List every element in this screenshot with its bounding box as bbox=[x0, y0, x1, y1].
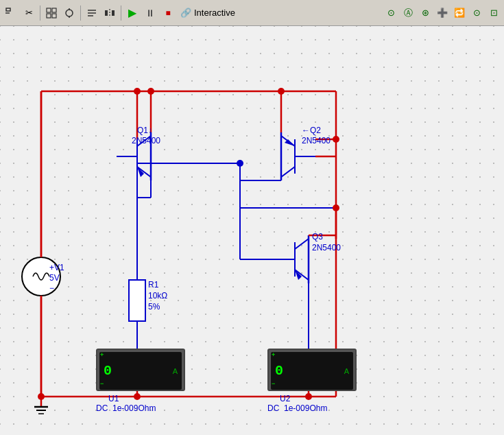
multimeter-button[interactable]: ⊛ bbox=[418, 5, 433, 21]
stop-button[interactable]: ■ bbox=[160, 5, 176, 21]
meter-u1-value: 0 bbox=[104, 363, 112, 379]
u2-label: U2 bbox=[280, 394, 290, 403]
toolbar-sep-2 bbox=[80, 5, 81, 21]
q1-part: 2N5400 bbox=[132, 136, 160, 145]
q1-name: Q1↓ bbox=[137, 126, 152, 135]
meter-u2-value: 0 bbox=[275, 363, 283, 379]
svg-point-61 bbox=[38, 393, 45, 400]
meter-u1[interactable]: + 0 A − bbox=[96, 349, 185, 391]
svg-point-57 bbox=[333, 204, 339, 211]
q3-part: 2N5400 bbox=[312, 243, 341, 252]
svg-point-59 bbox=[147, 88, 154, 95]
svg-line-32 bbox=[281, 167, 295, 177]
mode-text: Interactive bbox=[194, 8, 235, 18]
svg-rect-4 bbox=[47, 14, 51, 18]
toolbar-sep-3 bbox=[121, 5, 121, 21]
u1-resistance: 1e-009Ohm bbox=[112, 403, 156, 413]
iv-button[interactable]: ⊡ bbox=[486, 5, 501, 21]
play-button[interactable]: ▶ bbox=[124, 5, 141, 21]
meter-u2-display: 0 A bbox=[271, 352, 353, 390]
toolbar: ✂ ▶ ⏸ ■ 🔗 Interactive ⊙ Ⓐ ⊛ ➕ 🔁 ⊙ ⊡ bbox=[0, 0, 504, 26]
meter-u2-minus: − bbox=[272, 380, 275, 387]
u1-label: U1 bbox=[108, 394, 119, 403]
u2-mode-label: DC 1e-009Ohm bbox=[267, 403, 327, 413]
meter-u1-plus: + bbox=[100, 351, 104, 358]
oscilloscope-button[interactable]: ⊙ bbox=[383, 5, 398, 21]
svg-rect-12 bbox=[105, 10, 108, 16]
r1-name: R1 bbox=[148, 280, 158, 290]
r1-value: 10kΩ bbox=[148, 291, 167, 301]
svg-point-6 bbox=[66, 10, 73, 16]
u2-mode: DC bbox=[267, 403, 279, 413]
circuit-canvas[interactable]: +V1 5V − Q1↓ 2N5400 ←Q2 2N5400 Q3 2N5400… bbox=[0, 26, 504, 435]
svg-point-65 bbox=[305, 393, 312, 400]
distribute-button[interactable] bbox=[101, 5, 118, 21]
svg-point-60 bbox=[278, 88, 285, 95]
circuit-svg bbox=[0, 26, 504, 435]
svg-rect-13 bbox=[112, 10, 115, 16]
svg-line-40 bbox=[295, 239, 309, 249]
svg-rect-50 bbox=[129, 280, 145, 321]
snap-button[interactable] bbox=[61, 5, 77, 21]
xvt-button[interactable]: ➕ bbox=[435, 5, 450, 21]
svg-rect-3 bbox=[52, 8, 56, 12]
meter-u1-unit: A bbox=[173, 367, 178, 375]
q2-part: 2N5400 bbox=[302, 136, 331, 145]
r1-tolerance: 5% bbox=[148, 302, 160, 311]
svg-point-56 bbox=[237, 160, 243, 167]
bode-button[interactable]: Ⓐ bbox=[400, 5, 416, 21]
grid-button[interactable] bbox=[43, 5, 60, 21]
q2-name: ←Q2 bbox=[302, 126, 321, 135]
u1-mode-label: DC 1e-009Ohm bbox=[96, 403, 156, 413]
v1-value: 5V bbox=[49, 273, 60, 283]
meter-u1-minus: − bbox=[100, 380, 104, 387]
cut-button[interactable]: ✂ bbox=[21, 5, 37, 21]
select-tool-button[interactable] bbox=[3, 5, 19, 21]
pause-button[interactable]: ⏸ bbox=[142, 5, 158, 21]
align-button[interactable] bbox=[84, 5, 100, 21]
meter-u2[interactable]: + 0 A − bbox=[267, 349, 357, 391]
v1-label: +V1 bbox=[49, 263, 64, 272]
chain-icon: 🔗 bbox=[180, 8, 191, 18]
u2-resistance: 1e-009Ohm bbox=[284, 403, 327, 413]
toolbar-sep-1 bbox=[40, 5, 40, 21]
svg-point-64 bbox=[134, 393, 141, 400]
svg-rect-0 bbox=[6, 8, 10, 11]
tektronix-button[interactable]: ⊙ bbox=[469, 5, 484, 21]
q3-name: Q3 bbox=[312, 232, 323, 242]
u1-mode: DC bbox=[96, 403, 108, 413]
svg-rect-2 bbox=[47, 8, 51, 12]
svg-point-55 bbox=[134, 88, 141, 95]
svg-point-58 bbox=[333, 136, 339, 143]
meter-u2-unit: A bbox=[344, 367, 349, 375]
meter-u2-plus: + bbox=[272, 351, 275, 358]
meter-u1-display: 0 A bbox=[99, 352, 182, 390]
v1-minus: − bbox=[49, 283, 54, 293]
toolbar-right: ⊙ Ⓐ ⊛ ➕ 🔁 ⊙ ⊡ bbox=[383, 5, 501, 21]
mode-label: 🔗 Interactive bbox=[180, 8, 235, 18]
svg-rect-5 bbox=[52, 14, 56, 18]
agilent-button[interactable]: 🔁 bbox=[452, 5, 467, 21]
